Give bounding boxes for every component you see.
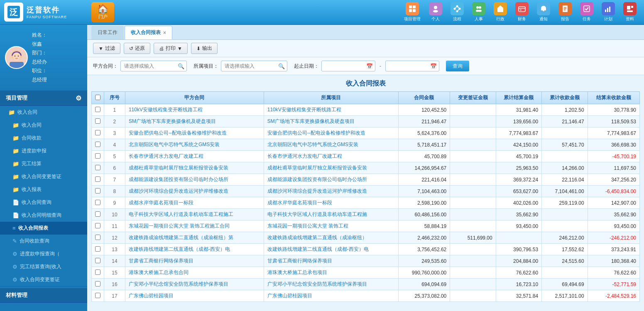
sidebar-item-change-query[interactable]: ⚙ 收入合同变更签证 bbox=[0, 273, 87, 286]
row-check[interactable] bbox=[92, 244, 104, 255]
row-checkbox[interactable] bbox=[95, 223, 100, 228]
nav-plan[interactable]: 计划 bbox=[598, 0, 618, 24]
nav-finance[interactable]: 财务 bbox=[512, 0, 532, 24]
row-check[interactable] bbox=[92, 116, 104, 127]
sidebar-item-final-query[interactable]: ⚙ 完工结算查询(收入 bbox=[0, 260, 87, 273]
nav-hr[interactable]: 人事 bbox=[469, 0, 489, 24]
row-checkbox[interactable] bbox=[95, 165, 100, 170]
tab-daily[interactable]: 日常工作 bbox=[91, 26, 124, 39]
row-contract[interactable]: 安徽合肥供电公司--配电设备检修维护和改造 bbox=[125, 127, 264, 139]
sidebar-item-progress-query[interactable]: ⚙ 进度款申报查询（ bbox=[0, 247, 87, 260]
project-input[interactable] bbox=[221, 61, 287, 71]
nav-data[interactable]: 资料 bbox=[620, 0, 640, 24]
row-check[interactable] bbox=[92, 127, 104, 139]
project-search-icon[interactable]: 🔍 bbox=[278, 63, 285, 69]
sidebar-item-contract-collection[interactable]: 📁 合同收款 bbox=[0, 132, 87, 144]
row-project[interactable]: 成都沙河环境综合提升改造运河护岸维修改造 bbox=[264, 186, 398, 197]
row-check[interactable] bbox=[92, 279, 104, 290]
row-checkbox[interactable] bbox=[95, 153, 100, 159]
nav-proj[interactable]: 项目管理 bbox=[401, 0, 424, 24]
gear-icon[interactable]: ⚙ bbox=[76, 94, 81, 102]
row-project[interactable]: 广东佛山碧桂园项目 bbox=[264, 290, 398, 302]
row-checkbox[interactable] bbox=[95, 200, 100, 205]
sidebar-group-income[interactable]: 📁 收入合同 bbox=[0, 106, 87, 119]
row-checkbox[interactable] bbox=[95, 293, 100, 298]
sidebar-item-final-settlement[interactable]: 📁 完工结算 bbox=[0, 157, 87, 170]
query-button[interactable]: 查询 bbox=[446, 61, 469, 71]
contract-search-icon[interactable]: 🔍 bbox=[178, 63, 184, 69]
row-contract[interactable]: 甘肃省工商银行网络保养项目 bbox=[125, 255, 264, 267]
date-end-calendar-icon[interactable]: 📅 bbox=[430, 63, 437, 69]
row-check[interactable] bbox=[92, 151, 104, 162]
row-check[interactable] bbox=[92, 174, 104, 186]
row-checkbox[interactable] bbox=[95, 269, 100, 275]
select-all-checkbox[interactable] bbox=[95, 95, 100, 100]
export-button[interactable]: ⬇ 输出 bbox=[191, 43, 218, 54]
row-check[interactable] bbox=[92, 104, 104, 116]
nav-flow[interactable]: 流程 bbox=[447, 0, 467, 24]
sidebar-item-income-contract[interactable]: 📁 收入合同 bbox=[0, 119, 87, 132]
date-start-calendar-icon[interactable]: 📅 bbox=[366, 63, 373, 69]
row-check[interactable] bbox=[92, 220, 104, 232]
row-contract[interactable]: 港珠澳大桥施工总承包合同 bbox=[125, 267, 264, 279]
row-contract[interactable]: 成都沙河环境综合提升改造运河护岸维修改造 bbox=[125, 186, 264, 197]
row-contract[interactable]: 电子科技大学区域人行道及非机动车道工程施工 bbox=[125, 209, 264, 220]
row-project[interactable]: 安徽合肥供电公司--配电设备检修维护和改造 bbox=[264, 127, 398, 139]
tab-close-icon[interactable]: × bbox=[163, 30, 166, 36]
row-project[interactable]: 电子科技大学区域人行道及非机动车道工程施 bbox=[264, 209, 398, 220]
row-project[interactable]: 改建铁路成渝线增建第二直通线（成渝枢纽） bbox=[264, 232, 398, 244]
row-contract[interactable]: 改建铁路线增建第二线直通线（成都-西安）电 bbox=[125, 244, 264, 255]
row-checkbox[interactable] bbox=[95, 188, 100, 193]
row-project[interactable]: SM广场地下车库更换摄像机及硬盘项目 bbox=[264, 116, 398, 127]
row-contract[interactable]: 改建铁路成渝线增建第二直通线（成渝枢纽）第 bbox=[125, 232, 264, 244]
row-checkbox[interactable] bbox=[95, 211, 100, 217]
row-contract[interactable]: 110kV安徽线程集变开断线路工程 bbox=[125, 104, 264, 116]
nav-report[interactable]: 报告 bbox=[555, 0, 575, 24]
row-project[interactable]: 成都水岸华庭名苑项目一标段 bbox=[264, 197, 398, 209]
home-button[interactable]: 🏠 门户 bbox=[91, 2, 114, 22]
row-contract[interactable]: 广安邓小平纪念馆安全防范系统维护保养项目 bbox=[125, 279, 264, 290]
sidebar-item-income-query[interactable]: 📄 收入合同查询 bbox=[0, 196, 87, 209]
row-checkbox[interactable] bbox=[95, 258, 100, 263]
nav-notice[interactable]: 通知 bbox=[534, 0, 553, 24]
row-checkbox[interactable] bbox=[95, 246, 100, 252]
row-project[interactable]: 北京朝阳区电气中芯特气系统之GMS安装 bbox=[264, 139, 398, 151]
row-check[interactable] bbox=[92, 162, 104, 174]
print-button[interactable]: 🖨 打印 ▼ bbox=[154, 43, 188, 54]
contract-input[interactable] bbox=[120, 61, 187, 71]
row-checkbox[interactable] bbox=[95, 130, 100, 135]
row-contract[interactable]: 成都水岸华庭名苑项目一标段 bbox=[125, 197, 264, 209]
row-checkbox[interactable] bbox=[95, 107, 100, 112]
row-contract[interactable]: SM广场地下车库更换摄像机及硬盘项目 bbox=[125, 116, 264, 127]
row-contract[interactable]: 北京朝阳区电气中芯特气系统之GMS安装 bbox=[125, 139, 264, 151]
row-project[interactable]: 110kV安徽线程集变开断线路工程 bbox=[264, 104, 398, 116]
row-project[interactable]: 长春市伊通河水力发电厂改建工程 bbox=[264, 151, 398, 162]
sidebar-item-contract-change[interactable]: 📁 收入合同变更签证 bbox=[0, 170, 87, 183]
nav-task[interactable]: 任务 bbox=[577, 0, 597, 24]
row-project[interactable]: 东城花园一期项目公寓大堂 装饰工程 bbox=[264, 220, 398, 232]
row-checkbox[interactable] bbox=[95, 176, 100, 182]
row-contract[interactable]: 成都杜甫草堂临时展厅独立展柜报管设备安装 bbox=[125, 162, 264, 174]
nav-admin[interactable]: 行政 bbox=[490, 0, 510, 24]
row-checkbox[interactable] bbox=[95, 281, 100, 287]
row-check[interactable] bbox=[92, 290, 104, 302]
row-contract[interactable]: 长春市伊通河水力发电厂改建工程 bbox=[125, 151, 264, 162]
row-contract[interactable]: 广东佛山碧桂园项目 bbox=[125, 290, 264, 302]
row-check[interactable] bbox=[92, 255, 104, 267]
row-contract[interactable]: 东城花园一期项目公寓大堂 装饰工程施工合同 bbox=[125, 220, 264, 232]
row-checkbox[interactable] bbox=[95, 118, 100, 124]
row-check[interactable] bbox=[92, 209, 104, 220]
row-project[interactable]: 成都杜甫草堂临时展厅独立展柜报管设备安装 bbox=[264, 162, 398, 174]
row-project[interactable]: 改建铁路线增建第二线直通线（成都-西安）电 bbox=[264, 244, 398, 255]
sidebar-item-income-report[interactable]: 📁 收入报表 bbox=[0, 183, 87, 196]
row-checkbox[interactable] bbox=[95, 142, 100, 147]
sidebar-item-collection-query[interactable]: ✎ 合同收款查询 bbox=[0, 235, 87, 247]
row-contract[interactable]: 成都能源建设集团投资有限公司临时办公场所 bbox=[125, 174, 264, 186]
sidebar-item-progress-apply[interactable]: 📁 进度款申报 bbox=[0, 144, 87, 157]
tab-income-report[interactable]: 收入合同报表 × bbox=[125, 26, 172, 39]
sidebar-item-income-report-table[interactable]: ≡ 收入合同报表 bbox=[0, 222, 87, 235]
row-project[interactable]: 甘肃省工商银行网络保养项目 bbox=[264, 255, 398, 267]
row-check[interactable] bbox=[92, 267, 104, 279]
row-check[interactable] bbox=[92, 197, 104, 209]
reset-button[interactable]: ↺ 还原 bbox=[124, 43, 150, 54]
